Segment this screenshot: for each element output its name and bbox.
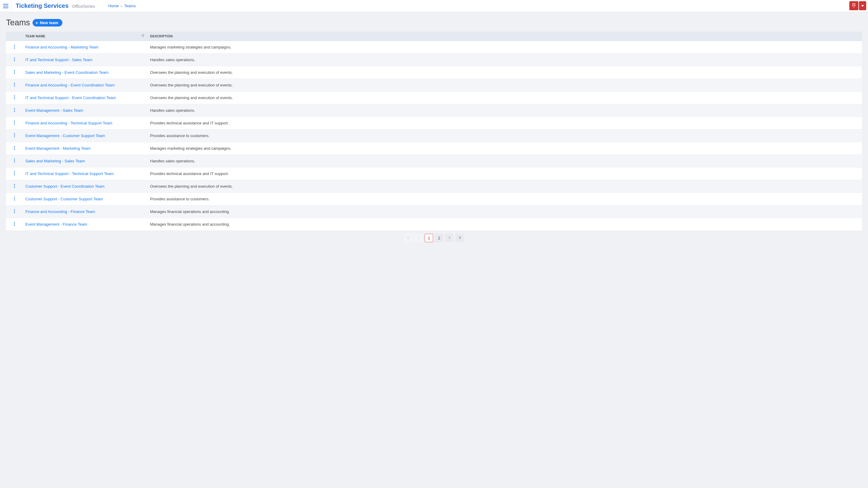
kebab-icon (14, 70, 15, 75)
row-menu-button[interactable] (8, 209, 21, 214)
team-link[interactable]: Event Management - Marketing Team (25, 146, 91, 151)
svg-point-40 (14, 209, 15, 210)
new-team-button-label: New team (40, 21, 58, 25)
team-link[interactable]: Finance and Accounting - Technical Suppo… (25, 121, 113, 125)
page-header: Teams + New team (6, 18, 862, 27)
filter-icon[interactable] (141, 34, 145, 38)
kebab-icon (14, 83, 15, 88)
svg-point-14 (14, 97, 15, 98)
new-team-button[interactable]: + New team (33, 19, 62, 27)
plus-icon: + (36, 21, 38, 25)
pagination: 12 (6, 234, 862, 242)
pagination-prev (414, 234, 423, 242)
breadcrumb-current[interactable]: Teams (124, 4, 135, 8)
team-link[interactable]: Event Management - Finance Team (25, 222, 87, 227)
row-menu-button[interactable] (8, 222, 21, 227)
brand-title[interactable]: Ticketing Services (16, 2, 68, 9)
svg-point-38 (14, 198, 15, 199)
col-description-header-label: DESCRIPTION (150, 34, 173, 38)
table-row: Event Management - Customer Support Team… (6, 130, 862, 142)
notifications-button[interactable] (849, 1, 858, 10)
svg-point-4 (14, 58, 15, 59)
col-name-header[interactable]: TEAM NAME (23, 32, 148, 41)
row-menu-button[interactable] (8, 95, 21, 100)
svg-point-1 (14, 45, 15, 46)
svg-point-19 (14, 121, 15, 122)
team-description: Manages marketing strategies and campaig… (148, 41, 862, 54)
kebab-icon (14, 57, 15, 62)
team-link[interactable]: IT and Technical Support - Sales Team (25, 58, 93, 62)
pagination-page-1[interactable]: 1 (425, 234, 433, 242)
svg-point-10 (14, 83, 15, 84)
kebab-icon (14, 209, 15, 214)
chevron-last-icon (458, 236, 461, 240)
table-row: Event Management - Finance TeamManages f… (6, 218, 862, 231)
svg-point-22 (14, 133, 15, 134)
row-menu-button[interactable] (8, 121, 21, 126)
row-menu-button[interactable] (8, 70, 21, 75)
breadcrumb-home[interactable]: Home (108, 4, 119, 8)
pagination-last[interactable] (456, 234, 464, 242)
team-link[interactable]: Sales and Marketing - Event Coordination… (25, 70, 108, 75)
svg-point-33 (14, 174, 15, 175)
svg-point-29 (14, 160, 15, 161)
row-menu-button[interactable] (8, 146, 21, 151)
team-link[interactable]: Event Management - Customer Support Team (25, 133, 105, 138)
team-description: Provides technical assistance and IT sup… (148, 117, 862, 130)
team-link[interactable]: Event Management - Sales Team (25, 108, 83, 113)
row-menu-button[interactable] (8, 83, 21, 88)
chevron-down-icon (861, 3, 864, 8)
svg-point-3 (14, 48, 15, 49)
pagination-next[interactable] (445, 234, 454, 242)
row-menu-button[interactable] (8, 133, 21, 138)
team-link[interactable]: Customer Support - Event Coordination Te… (25, 184, 104, 189)
svg-point-44 (14, 224, 15, 224)
team-description: Provides technical assistance and IT sup… (148, 167, 862, 180)
team-link[interactable]: Finance and Accounting - Finance Team (25, 209, 95, 214)
row-menu-button[interactable] (8, 57, 21, 62)
row-menu-button[interactable] (8, 184, 21, 189)
team-link[interactable]: Finance and Accounting - Event Coordinat… (25, 83, 115, 87)
brand-sub: OfficeSeries (72, 4, 95, 9)
row-menu-button[interactable] (8, 196, 21, 201)
svg-point-12 (14, 86, 15, 87)
col-description-header[interactable]: DESCRIPTION (148, 32, 862, 41)
table-row: Customer Support - Customer Support Team… (6, 193, 862, 205)
team-link[interactable]: Sales and Marketing - Sales Team (25, 159, 85, 163)
team-link[interactable]: Finance and Accounting - Marketing Team (25, 45, 98, 50)
user-menu-button[interactable] (859, 1, 866, 10)
menu-toggle[interactable] (0, 0, 11, 12)
table-row: IT and Technical Support - Technical Sup… (6, 167, 862, 180)
team-link[interactable]: IT and Technical Support - Technical Sup… (25, 171, 114, 176)
pagination-page-2[interactable]: 2 (435, 234, 443, 242)
breadcrumb: Home » Teams (99, 4, 135, 8)
team-description: Manages marketing strategies and campaig… (148, 142, 862, 155)
svg-point-35 (14, 186, 15, 187)
kebab-icon (14, 196, 15, 201)
table-row: Customer Support - Event Coordination Te… (6, 180, 862, 193)
team-link[interactable]: Customer Support - Customer Support Team (25, 197, 103, 201)
chevron-right-icon (447, 236, 451, 240)
kebab-icon (14, 108, 15, 113)
row-menu-button[interactable] (8, 171, 21, 176)
svg-point-41 (14, 211, 15, 212)
row-menu-button[interactable] (8, 108, 21, 113)
row-menu-button[interactable] (8, 44, 21, 50)
svg-point-45 (14, 225, 15, 226)
svg-point-8 (14, 72, 15, 73)
row-menu-button[interactable] (8, 158, 21, 164)
kebab-icon (14, 44, 15, 50)
table-row: Finance and Accounting - Marketing TeamM… (6, 41, 862, 54)
col-actions-header (6, 32, 23, 41)
team-description: Handles sales operations. (148, 54, 862, 66)
kebab-icon (14, 121, 15, 126)
team-description: Provides assistance to customers. (148, 130, 862, 142)
team-link[interactable]: IT and Technical Support - Event Coordin… (25, 96, 116, 100)
svg-point-42 (14, 213, 15, 213)
team-description: Handles sales operations. (148, 104, 862, 117)
brand: Ticketing Services OfficeSeries (11, 2, 99, 9)
kebab-icon (14, 133, 15, 138)
col-name-header-label: TEAM NAME (25, 34, 45, 38)
topbar-right (849, 1, 866, 10)
svg-point-7 (14, 70, 15, 71)
